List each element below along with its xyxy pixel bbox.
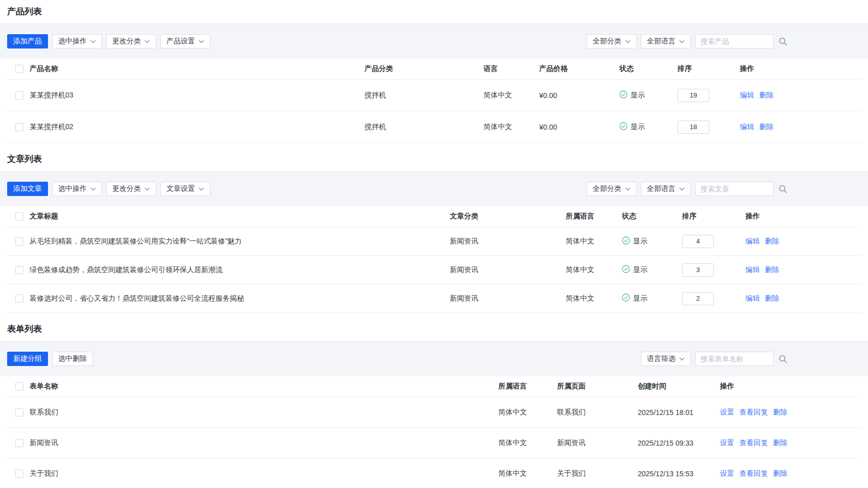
dropdown-label: 更改分类 [112, 37, 141, 46]
sort-input[interactable] [682, 292, 714, 305]
edit-link[interactable]: 编辑 [745, 265, 760, 275]
delete-link[interactable]: 删除 [773, 408, 787, 417]
product-language: 简体中文 [484, 123, 539, 132]
form-page: 联系我们 [557, 408, 638, 417]
edit-link[interactable]: 编辑 [745, 294, 760, 303]
article-language: 简体中文 [566, 237, 622, 246]
delete-link[interactable]: 删除 [765, 237, 779, 246]
sort-input[interactable] [678, 89, 709, 102]
products-select-all-checkbox[interactable] [15, 65, 23, 73]
dropdown-label: 语言筛选 [647, 354, 676, 363]
article-change-category-dropdown[interactable]: 更改分类 [106, 182, 156, 196]
row-checkbox[interactable] [15, 408, 23, 417]
row-checkbox[interactable] [15, 439, 23, 447]
status-badge: 显示 [622, 265, 682, 275]
product-selected-action-dropdown[interactable]: 选中操作 [52, 34, 102, 48]
add-article-label: 添加文章 [13, 184, 42, 193]
form-created-time: 2025/12/15 18:01 [638, 408, 720, 417]
article-language: 简体中文 [566, 265, 622, 275]
settings-link[interactable]: 设置 [720, 408, 734, 417]
edit-link[interactable]: 编辑 [740, 123, 754, 132]
delete-link[interactable]: 删除 [765, 294, 779, 303]
product-price: ¥0.00 [539, 123, 619, 131]
col-status: 状态 [619, 64, 678, 74]
product-language: 简体中文 [484, 91, 539, 100]
chevron-down-icon [90, 40, 96, 43]
row-checkbox[interactable] [15, 237, 23, 246]
forms-table-header: 表单名称 所属语言 所属页面 创建时间 操作 [7, 376, 861, 397]
form-row: 联系我们 简体中文 联系我们 2025/12/15 18:01 设置 查看回复 … [7, 397, 861, 428]
article-language-filter-dropdown[interactable]: 全部语言 [641, 182, 691, 196]
article-category-filter-dropdown[interactable]: 全部分类 [587, 182, 637, 196]
product-category: 搅拌机 [365, 91, 484, 100]
add-product-button[interactable]: 添加产品 [7, 34, 48, 48]
col-product-name: 产品名称 [30, 64, 365, 74]
delete-link[interactable]: 删除 [759, 123, 774, 132]
add-article-button[interactable]: 添加文章 [7, 182, 48, 196]
view-replies-link[interactable]: 查看回复 [739, 438, 768, 448]
row-checkbox[interactable] [15, 295, 23, 303]
sort-input[interactable] [682, 263, 714, 277]
check-circle-icon [622, 265, 630, 275]
col-language: 所属语言 [498, 382, 557, 391]
chevron-down-icon [679, 187, 685, 191]
form-language-filter-dropdown[interactable]: 语言筛选 [641, 352, 691, 366]
product-change-category-dropdown[interactable]: 更改分类 [106, 34, 156, 48]
form-search-input[interactable] [695, 352, 774, 366]
row-checkbox[interactable] [15, 123, 23, 131]
view-replies-link[interactable]: 查看回复 [739, 469, 768, 478]
col-price: 产品价格 [539, 64, 619, 74]
status-text: 显示 [631, 123, 645, 132]
article-settings-dropdown[interactable]: 文章设置 [160, 182, 210, 196]
product-price: ¥0.00 [539, 91, 619, 100]
product-category: 搅拌机 [365, 123, 484, 132]
dropdown-label: 文章设置 [166, 184, 195, 193]
delete-link[interactable]: 删除 [773, 438, 787, 448]
article-selected-action-dropdown[interactable]: 选中操作 [52, 182, 102, 196]
article-category: 新闻资讯 [450, 294, 566, 303]
status-badge: 显示 [622, 236, 682, 246]
view-replies-link[interactable]: 查看回复 [739, 408, 768, 417]
col-article-category: 文章分类 [450, 212, 566, 221]
product-settings-dropdown[interactable]: 产品设置 [160, 34, 210, 48]
row-checkbox[interactable] [15, 470, 23, 478]
article-search-input[interactable] [695, 182, 774, 196]
form-language: 简体中文 [498, 438, 557, 448]
delete-link[interactable]: 删除 [773, 469, 787, 478]
form-language: 简体中文 [498, 408, 557, 417]
edit-link[interactable]: 编辑 [745, 237, 760, 246]
dropdown-label: 选中操作 [58, 184, 87, 193]
articles-select-all-checkbox[interactable] [15, 212, 23, 221]
form-page: 关于我们 [557, 469, 638, 478]
forms-select-all-checkbox[interactable] [15, 382, 23, 391]
article-search-button[interactable] [779, 185, 787, 193]
form-created-time: 2025/12/15 09:33 [638, 439, 720, 447]
product-language-filter-dropdown[interactable]: 全部语言 [641, 34, 691, 48]
search-icon [779, 187, 787, 195]
delete-link[interactable]: 删除 [759, 91, 774, 100]
edit-link[interactable]: 编辑 [740, 91, 754, 100]
new-group-button[interactable]: 新建分组 [7, 352, 48, 366]
delete-link[interactable]: 删除 [765, 265, 779, 275]
product-category-filter-dropdown[interactable]: 全部分类 [587, 34, 637, 48]
row-checkbox[interactable] [15, 266, 23, 274]
sort-input[interactable] [678, 120, 709, 134]
delete-selected-button[interactable]: 选中删除 [52, 352, 93, 366]
settings-link[interactable]: 设置 [720, 469, 734, 478]
product-row: 某某搅拌机03 搅拌机 简体中文 ¥0.00 显示 编辑 删除 [7, 80, 861, 111]
forms-toolbar: 新建分组 选中删除 语言筛选 [0, 341, 868, 376]
product-search-input[interactable] [695, 34, 774, 48]
chevron-down-icon [144, 40, 150, 43]
products-section-title: 产品列表 [0, 0, 868, 24]
articles-table: 文章标题 文章分类 所属语言 状态 排序 操作 从毛坯到精装，鼎筑空间建筑装修公… [7, 206, 861, 313]
status-badge: 显示 [622, 294, 682, 303]
product-search-button[interactable] [779, 37, 787, 46]
settings-link[interactable]: 设置 [720, 438, 734, 448]
row-checkbox[interactable] [15, 91, 23, 100]
products-table: 产品名称 产品分类 语言 产品价格 状态 排序 操作 某某搅拌机03 搅拌机 简… [7, 59, 861, 143]
form-search-button[interactable] [779, 355, 787, 363]
sort-input[interactable] [682, 235, 714, 248]
search-icon [779, 357, 787, 365]
form-created-time: 2025/12/13 15:53 [638, 470, 720, 478]
chevron-down-icon [199, 187, 204, 191]
